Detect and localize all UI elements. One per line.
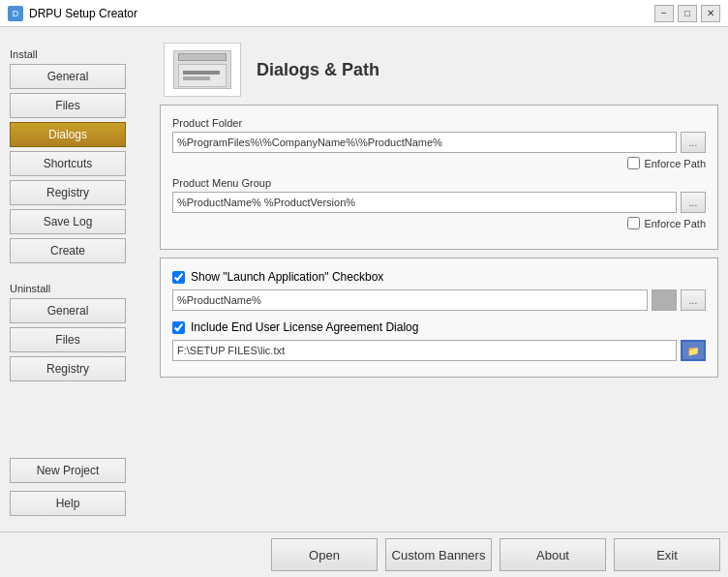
license-browse-btn[interactable]: 📁 [681, 340, 706, 361]
sidebar-btn-u-files[interactable]: Files [10, 327, 126, 352]
color-swatch[interactable] [652, 289, 677, 311]
product-folder-label: Product Folder [172, 117, 706, 129]
enforce-path-checkbox1[interactable] [627, 157, 640, 169]
main-panel: Dialogs & Path Product Folder ... Enforc… [150, 27, 728, 531]
sidebar-btn-files[interactable]: Files [10, 93, 126, 118]
sidebar-btn-u-registry[interactable]: Registry [10, 356, 126, 381]
show-launch-checkbox[interactable] [172, 271, 185, 284]
sidebar-btn-create[interactable]: Create [10, 238, 126, 263]
sidebar-btn-general[interactable]: General [10, 64, 126, 89]
product-menu-group-label: Product Menu Group [172, 177, 706, 189]
enforce-path-row1: Enforce Path [172, 157, 706, 169]
license-dialog-row: Include End User License Agreement Dialo… [172, 320, 706, 334]
include-license-label: Include End User License Agreement Dialo… [191, 320, 418, 334]
exit-button[interactable]: Exit [614, 538, 720, 571]
product-folder-row: ... [172, 132, 706, 153]
sidebar-btn-dialogs[interactable]: Dialogs [10, 122, 126, 147]
path-section: Product Folder ... Enforce Path Product … [160, 105, 718, 250]
sidebar-btn-savelog[interactable]: Save Log [10, 209, 126, 234]
launch-app-input-row: ... [172, 289, 706, 311]
new-project-button[interactable]: New Project [10, 458, 126, 483]
app-icon: D [8, 6, 23, 21]
sidebar-btn-registry[interactable]: Registry [10, 180, 126, 205]
enforce-path-label1: Enforce Path [644, 158, 706, 169]
enforce-path-row2: Enforce Path [172, 217, 706, 229]
page-title: Dialogs & Path [257, 60, 379, 80]
sidebar-btn-u-general[interactable]: General [10, 298, 126, 323]
uninstall-section-label: Uninstall [10, 283, 140, 294]
license-file-input[interactable] [172, 340, 677, 361]
minimize-button[interactable]: − [654, 5, 674, 22]
panel-header: Dialogs & Path [160, 35, 718, 105]
product-folder-input[interactable] [172, 132, 677, 153]
enforce-path-checkbox2[interactable] [627, 217, 640, 229]
show-launch-label: Show "Launch Application" Checkbox [191, 270, 383, 284]
launch-app-browse-btn[interactable]: ... [681, 289, 706, 311]
sidebar: Install General Files Dialogs Shortcuts … [0, 27, 150, 531]
include-license-checkbox[interactable] [172, 321, 185, 334]
product-menu-browse-btn[interactable]: ... [681, 192, 706, 213]
sidebar-btn-shortcuts[interactable]: Shortcuts [10, 151, 126, 176]
options-section: Show "Launch Application" Checkbox ... I… [160, 258, 718, 378]
license-file-row: 📁 [172, 340, 706, 361]
license-browse-icon: 📁 [687, 346, 699, 356]
product-menu-group-input[interactable] [172, 192, 677, 213]
app-title: DRPU Setup Creator [29, 7, 137, 20]
launch-app-row: Show "Launch Application" Checkbox [172, 270, 706, 284]
app-logo [164, 43, 241, 97]
help-button[interactable]: Help [10, 491, 126, 516]
product-folder-browse-btn[interactable]: ... [681, 132, 706, 153]
install-section-label: Install [10, 48, 140, 60]
about-button[interactable]: About [500, 538, 606, 571]
open-button[interactable]: Open [271, 538, 378, 571]
window-controls: − □ ✕ [654, 5, 720, 22]
enforce-path-label2: Enforce Path [644, 218, 706, 229]
footer-bar: Open Custom Banners About Exit [0, 531, 728, 577]
product-menu-group-row: ... [172, 192, 706, 213]
maximize-button[interactable]: □ [678, 5, 697, 22]
title-bar: D DRPU Setup Creator − □ ✕ [0, 0, 728, 27]
custom-banners-button[interactable]: Custom Banners [385, 538, 492, 571]
close-button[interactable]: ✕ [701, 5, 720, 22]
launch-app-input[interactable] [172, 289, 648, 311]
